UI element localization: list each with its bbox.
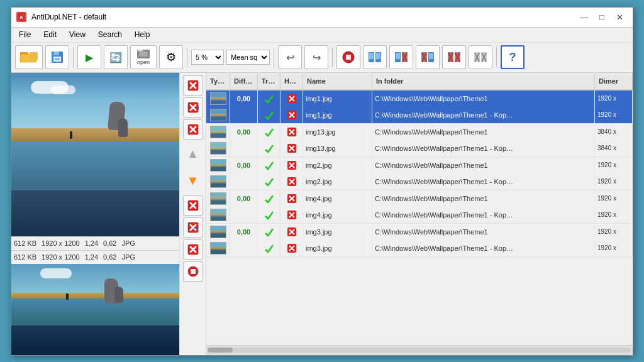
dimensions-bottom: 1920 x 1200	[42, 253, 80, 261]
separator-3	[274, 47, 274, 67]
menu-item-edit[interactable]: Edit	[38, 29, 62, 40]
col-header-tr[interactable]: Tr…	[258, 73, 280, 89]
menu-item-view[interactable]: View	[64, 29, 91, 40]
col-header-h[interactable]: H…	[280, 73, 303, 89]
ratio1-bottom: 1,24	[85, 253, 98, 261]
undo-button[interactable]: ↩	[278, 45, 302, 69]
svg-rect-18	[369, 53, 374, 59]
dup-group-2: 0,00 img13.jpg C:\Windows\Web\Wallpaper\…	[206, 124, 633, 157]
cell-tr	[258, 107, 280, 123]
nav-up-button[interactable]: ▲	[183, 144, 203, 164]
cell-dim: 1920 x	[595, 157, 633, 173]
open-button[interactable]: open	[130, 45, 157, 69]
col-header-type[interactable]: Ty…	[206, 73, 230, 89]
menu-item-file[interactable]: File	[14, 29, 36, 40]
minimize-button[interactable]: —	[576, 11, 592, 23]
cell-diff: 0,00	[230, 90, 258, 107]
separator-1	[73, 47, 74, 67]
side-btn-3[interactable]	[183, 119, 203, 140]
cell-diff: 0,00	[230, 224, 258, 240]
scrollbar-thumb[interactable]	[208, 348, 233, 353]
action-x3-button[interactable]	[442, 45, 466, 69]
table-row[interactable]: img2.jpg C:\Windows\Web\Wallpaper\Theme1…	[206, 173, 633, 190]
cell-dim: 3840 x	[595, 124, 633, 140]
menu-item-search[interactable]: Search	[93, 29, 127, 40]
cell-diff: 0,00	[230, 190, 258, 207]
side-btn-5[interactable]	[183, 217, 203, 238]
format-bottom: JPG	[122, 253, 135, 261]
compare-button[interactable]	[363, 45, 387, 69]
cell-type	[206, 140, 230, 156]
table-row[interactable]: 0,00 img2.jpg C:\Windows\Web\Wallpaper\T…	[206, 157, 633, 173]
action-x4-button[interactable]	[469, 45, 492, 69]
cell-tr	[258, 240, 280, 256]
table-row[interactable]: img3.jpg C:\Windows\Web\Wallpaper\Theme1…	[206, 240, 633, 256]
nav-down-button[interactable]: ▼	[183, 171, 203, 191]
cell-dim: 1920 x	[595, 173, 633, 190]
cell-folder: C:\Windows\Web\Wallpaper\Theme1 - Kop…	[372, 140, 595, 156]
cell-h	[280, 157, 303, 173]
horizontal-scrollbar[interactable]	[206, 345, 633, 355]
svg-marker-12	[138, 52, 148, 57]
cell-h	[280, 190, 303, 207]
scrollbar-track	[208, 348, 631, 353]
left-panel: 612 KB 1920 x 1200 1,24 0,62 JPG 612 KB …	[11, 73, 206, 355]
cell-type	[206, 207, 230, 223]
separator-4	[332, 47, 333, 67]
svg-rect-27	[429, 53, 433, 59]
cell-h	[280, 107, 303, 123]
percent-select: 5 % 10 % 15 %	[191, 50, 224, 65]
cell-folder: C:\Windows\Web\Wallpaper\Theme1	[372, 157, 595, 173]
cell-dim: 1920 x	[595, 107, 633, 123]
menu-item-help[interactable]: Help	[130, 29, 155, 40]
settings-button[interactable]: ⚙	[159, 45, 183, 69]
table-row[interactable]: 0,00 img4.jpg C:\Windows\Web\Wallpaper\T…	[206, 190, 633, 207]
cell-name: img4.jpg	[303, 190, 372, 207]
table-row[interactable]: 0,00 img1.jpg C:\Windows\Web\Wallpaper\T…	[206, 90, 633, 107]
cell-dim: 1920 x	[595, 207, 633, 223]
side-btn-1[interactable]	[183, 75, 203, 96]
table-row[interactable]: 0,00 img13.jpg C:\Windows\Web\Wallpaper\…	[206, 124, 633, 140]
cell-type	[206, 107, 230, 123]
side-btn-6[interactable]	[183, 239, 203, 260]
col-header-dim[interactable]: Dimer	[595, 73, 633, 89]
side-btn-4[interactable]	[183, 195, 203, 216]
side-btn-2[interactable]	[183, 97, 203, 118]
cell-h	[280, 140, 303, 156]
side-controls: ▲ ▼	[179, 73, 206, 355]
cell-type	[206, 173, 230, 190]
stop-button[interactable]	[336, 45, 360, 69]
table-row[interactable]: img1.jpg C:\Windows\Web\Wallpaper\Theme1…	[206, 107, 633, 123]
col-header-name[interactable]: Name	[303, 73, 372, 89]
algo-select: Mean sq Peak	[226, 50, 270, 65]
percent-dropdown[interactable]: 5 % 10 % 15 %	[191, 50, 224, 65]
cell-type	[206, 224, 230, 240]
cell-name: img1.jpg	[303, 90, 372, 107]
dup-group-5: 0,00 img3.jpg C:\Windows\Web\Wallpaper\T…	[206, 224, 633, 257]
action-x1-button[interactable]	[389, 45, 413, 69]
table-row[interactable]: 0,00 img3.jpg C:\Windows\Web\Wallpaper\T…	[206, 224, 633, 240]
table-header: Ty… Diff… Tr… H… Name In folder	[206, 73, 633, 90]
filesize-top: 612 KB	[14, 239, 36, 247]
cell-name: img13.jpg	[303, 124, 372, 140]
side-btn-stop[interactable]	[183, 261, 203, 282]
maximize-button[interactable]: □	[594, 11, 610, 23]
table-row[interactable]: img13.jpg C:\Windows\Web\Wallpaper\Theme…	[206, 140, 633, 156]
cell-type	[206, 157, 230, 173]
help-button[interactable]: ?	[501, 45, 525, 69]
preview-image-top	[11, 73, 206, 236]
title-bar-left: A AntiDupl.NET - default	[16, 12, 106, 22]
cell-folder: C:\Windows\Web\Wallpaper\Theme1 - Kop…	[372, 240, 595, 256]
open-folder-button[interactable]	[15, 45, 43, 69]
play-button[interactable]: ▶	[77, 45, 101, 69]
col-header-folder[interactable]: In folder	[372, 73, 595, 89]
redo-button[interactable]: ↪	[304, 45, 328, 69]
action-x2-button[interactable]	[416, 45, 440, 69]
table-row[interactable]: img4.jpg C:\Windows\Web\Wallpaper\Theme1…	[206, 207, 633, 223]
col-header-diff[interactable]: Diff…	[230, 73, 258, 89]
refresh-button[interactable]: 🔄	[104, 45, 128, 69]
save-button[interactable]	[45, 45, 69, 69]
close-button[interactable]: ✕	[611, 11, 628, 23]
cell-name: img3.jpg	[303, 240, 372, 256]
algo-dropdown[interactable]: Mean sq Peak	[226, 50, 270, 65]
